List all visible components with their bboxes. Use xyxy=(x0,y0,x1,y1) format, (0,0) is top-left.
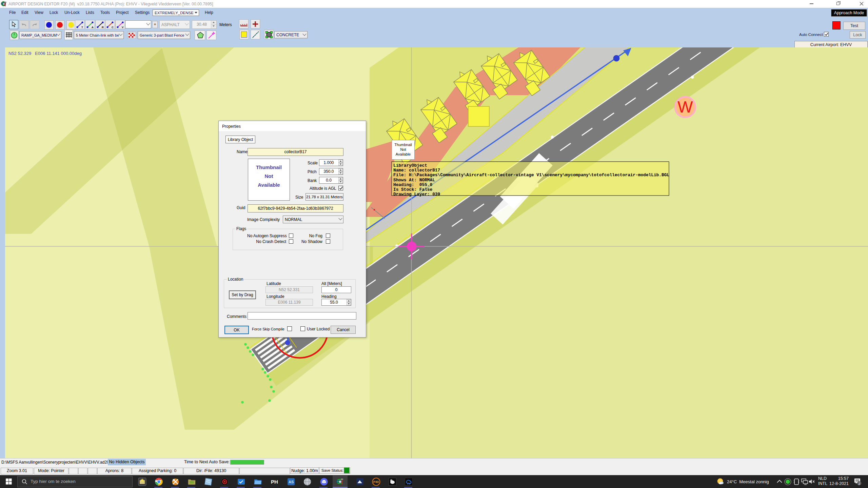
svg-text:V: V xyxy=(122,26,124,28)
svg-text:Drawing Layer: 039: Drawing Layer: 039 xyxy=(393,192,440,197)
svg-text:A: A xyxy=(92,26,94,28)
svg-text:AS: AS xyxy=(289,480,294,484)
svg-text:R: R xyxy=(102,26,104,28)
svg-text:Name: collectorB17: Name: collectorB17 xyxy=(393,168,440,173)
svg-text:C: C xyxy=(112,26,114,28)
svg-text:2: 2 xyxy=(859,482,860,485)
svg-text:File: H:\Packages\Community\Ai: File: H:\Packages\Community\Aircraft-col… xyxy=(393,172,669,178)
svg-text:LibraryObject: LibraryObject xyxy=(393,163,427,168)
svg-text:T: T xyxy=(81,26,83,28)
svg-text:Shows At: NORMAL: Shows At: NORMAL xyxy=(393,178,435,183)
svg-text:Heading: 055.0: Heading: 055.0 xyxy=(393,182,432,187)
svg-text:P3D: P3D xyxy=(373,480,379,484)
svg-text:PH: PH xyxy=(271,479,278,485)
svg-text:W: W xyxy=(677,98,693,116)
svg-text:Is Stock: False: Is Stock: False xyxy=(393,187,433,192)
